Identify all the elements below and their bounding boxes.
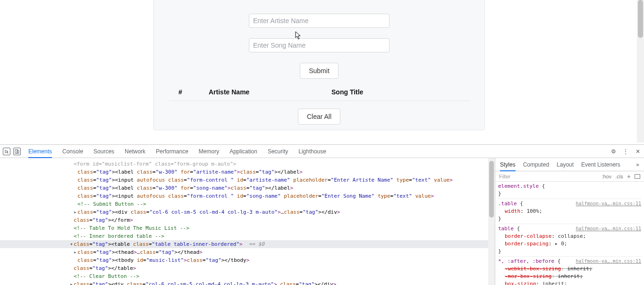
devtools-tab-security[interactable]: Security [268,145,288,158]
gear-icon[interactable]: ⚙ [610,148,617,155]
dom-line[interactable]: <!-- Table To Hold The Music List --> [0,224,488,232]
dom-line[interactable]: class="tag"><tbody id="music-list">class… [0,256,488,264]
dom-line[interactable]: class="tag"><label class="w-300" for="ar… [0,168,488,176]
styles-more-icon[interactable]: » [636,161,639,168]
dom-line[interactable]: class="tag"><input autofocus class="form… [0,192,488,200]
page-scrollbar[interactable] [637,0,644,142]
submit-button[interactable]: Submit [300,63,339,79]
devtools-toolbar: ElementsConsoleSourcesNetworkPerformance… [0,145,644,158]
close-icon[interactable]: ✕ [635,148,641,155]
dom-line[interactable]: class="tag"></form> [0,216,488,224]
style-rule[interactable]: *, :after, :before {halfmoon-va….min.css… [498,258,641,285]
devtools-panel: ElementsConsoleSourcesNetworkPerformance… [0,144,644,285]
style-rule[interactable]: element.style {} [498,183,641,199]
th-song: Song Title [325,84,441,101]
styles-tab-layout[interactable]: Layout [557,159,574,171]
artiste-name-input[interactable] [249,14,390,28]
dom-line[interactable]: ▸class="tag"><div class="col-6 col-sm-5 … [0,208,488,216]
styles-filter-input[interactable] [499,174,598,179]
elements-scrollbar[interactable] [488,158,495,285]
th-index: # [169,84,202,101]
th-artiste: Artiste Name [202,84,325,101]
dom-line[interactable]: <!-- Submit Button --> [0,200,488,208]
devtools-tab-network[interactable]: Network [125,145,145,158]
dom-line[interactable]: <!-- Clear Button --> [0,272,488,280]
devtools-tab-lighthouse[interactable]: Lighthouse [298,145,326,158]
new-style-rule-icon[interactable]: + [627,173,631,180]
styles-tab-styles[interactable]: Styles [500,159,516,171]
app-viewport: Submit # Artiste Name Song Title Clear A… [0,0,644,144]
styles-tab-event-listeners[interactable]: Event Listeners [581,159,620,171]
elements-tree[interactable]: <form id="musiclist-form" class="form-gr… [0,158,488,285]
table-header-row: # Artiste Name Song Title [169,84,469,101]
style-rule[interactable]: table {halfmoon-va….min.css:11border-col… [498,225,641,257]
dom-line[interactable]: class="tag"><label class="w-300" for="so… [0,184,488,192]
box-model-icon[interactable] [635,174,640,179]
hov-toggle[interactable]: :hov [602,174,612,179]
devtools-tab-elements[interactable]: Elements [28,145,52,158]
dom-line[interactable]: class="tag"></table> [0,264,488,272]
styles-panel: StylesComputedLayoutEvent Listeners» :ho… [495,158,644,285]
cls-toggle[interactable]: .cls [615,174,623,179]
clear-all-button[interactable]: Clear All [298,109,340,125]
music-table: # Artiste Name Song Title [169,84,469,101]
inspect-icon[interactable] [3,148,10,155]
dom-line[interactable]: ▸class="tag"><thead>…class="tag"></thead… [0,248,488,256]
devtools-tab-sources[interactable]: Sources [93,145,114,158]
devtools-tab-console[interactable]: Console [62,145,83,158]
devtools-tab-performance[interactable]: Performance [156,145,188,158]
kebab-icon[interactable]: ⋮ [622,148,629,155]
dom-line[interactable]: <form id="musiclist-form" class="form-gr… [0,160,488,168]
th-actions [441,84,469,101]
devtools-tab-application[interactable]: Application [229,145,257,158]
devtools-tab-memory[interactable]: Memory [199,145,219,158]
device-toggle-icon[interactable] [13,148,21,155]
dom-line[interactable]: <!-- Inner bordered table --> [0,232,488,240]
styles-rules[interactable]: element.style {}.table {halfmoon-va….min… [495,182,644,285]
dom-line[interactable]: ▸class="tag"><div class="col-6 col-sm-5 … [0,280,488,285]
dom-line[interactable]: class="tag"><input autofocus class="form… [0,176,488,184]
song-name-input[interactable] [249,38,390,52]
form-card: Submit # Artiste Name Song Title Clear A… [153,0,485,130]
style-rule[interactable]: .table {halfmoon-va….min.css:11width: 10… [498,200,641,224]
dom-line[interactable]: ▾class="tag"><table class="table table-i… [0,240,488,248]
styles-tab-computed[interactable]: Computed [523,159,549,171]
